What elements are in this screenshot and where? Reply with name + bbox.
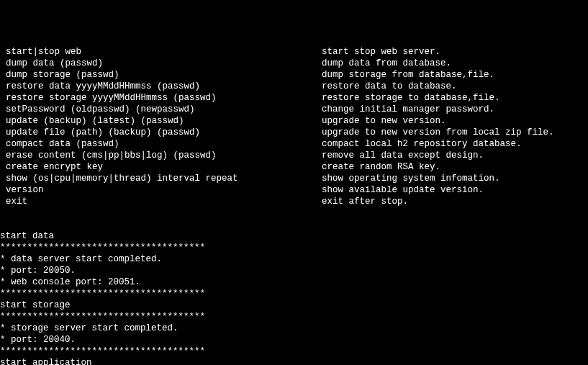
log-line [0, 219, 588, 230]
help-command: restore storage yyyyMMddHHmmss (passwd) [0, 92, 322, 104]
help-description: remove all data except design. [322, 150, 588, 161]
help-row: versionshow available update version. [0, 184, 588, 196]
help-description: compact local h2 repository database. [322, 138, 588, 150]
help-command: dump storage (passwd) [0, 69, 322, 81]
help-row: update (backup) (latest) (passwd)upgrade… [0, 115, 588, 127]
help-command: create encrypt key [0, 161, 322, 173]
help-description: change initial manager password. [322, 104, 588, 115]
log-line: start storage [0, 299, 588, 311]
log-line: * data server start completed. [0, 253, 588, 265]
help-row: start|stop webstart stop web server. [0, 46, 588, 58]
console-log: start data******************************… [0, 219, 588, 365]
log-line: ************************************** [0, 288, 588, 299]
help-row: create encrypt keycreate random RSA key. [0, 161, 588, 173]
help-description: show operating system infomation. [322, 173, 588, 184]
help-row: exitexit after stop. [0, 196, 588, 207]
log-line: ************************************** [0, 346, 588, 357]
log-line: * web console port: 20051. [0, 276, 588, 288]
help-description: upgrade to new version. [322, 115, 588, 127]
help-description: show available update version. [322, 184, 588, 196]
help-row: update file (path) (backup) (passwd)upgr… [0, 127, 588, 138]
log-line: ************************************** [0, 242, 588, 253]
help-description: restore storage to database,file. [322, 92, 588, 104]
help-command-table: start|stop webstart stop web server.dump… [0, 46, 588, 207]
help-description: dump storage from database,file. [322, 69, 588, 81]
help-description: start stop web server. [322, 46, 588, 58]
help-row: erase content (cms|pp|bbs|log) (passwd)r… [0, 150, 588, 161]
help-description: exit after stop. [322, 196, 588, 207]
help-row: setPassword (oldpasswd) (newpasswd)chang… [0, 104, 588, 115]
log-line: * storage server start completed. [0, 323, 588, 334]
help-description: dump data from database. [322, 58, 588, 69]
log-line: * port: 20040. [0, 334, 588, 346]
help-description: restore data to database. [322, 81, 588, 92]
help-command: update (backup) (latest) (passwd) [0, 115, 322, 127]
help-command: start|stop web [0, 46, 322, 58]
help-command: version [0, 184, 322, 196]
help-row: restore storage yyyyMMddHHmmss (passwd)r… [0, 92, 588, 104]
help-command: compact data (passwd) [0, 138, 322, 150]
help-row: dump storage (passwd)dump storage from d… [0, 69, 588, 81]
log-line: * port: 20050. [0, 265, 588, 276]
help-description: upgrade to new version from local zip fi… [322, 127, 588, 138]
help-command: dump data (passwd) [0, 58, 322, 69]
log-line: start application [0, 357, 588, 365]
log-line: start data [0, 230, 588, 242]
help-row: restore data yyyyMMddHHmmss (passwd)rest… [0, 81, 588, 92]
help-description: create random RSA key. [322, 161, 588, 173]
help-command: update file (path) (backup) (passwd) [0, 127, 322, 138]
help-command: setPassword (oldpasswd) (newpasswd) [0, 104, 322, 115]
log-line: ************************************** [0, 311, 588, 323]
help-row: compact data (passwd)compact local h2 re… [0, 138, 588, 150]
help-command: erase content (cms|pp|bbs|log) (passwd) [0, 150, 322, 161]
help-command: restore data yyyyMMddHHmmss (passwd) [0, 81, 322, 92]
help-row: dump data (passwd)dump data from databas… [0, 58, 588, 69]
help-row: show (os|cpu|memory|thread) interval rep… [0, 173, 588, 184]
help-command: exit [0, 196, 322, 207]
help-command: show (os|cpu|memory|thread) interval rep… [0, 173, 322, 184]
